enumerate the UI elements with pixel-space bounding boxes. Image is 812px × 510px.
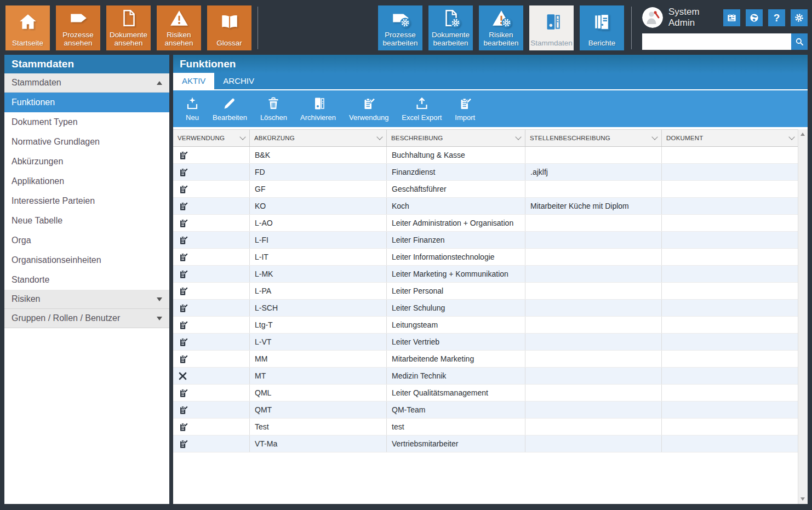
neu-button[interactable]: Neu <box>179 96 206 122</box>
table-row[interactable]: Test test <box>173 419 798 435</box>
table-row[interactable]: FD Finanzdienst .ajklfj <box>173 164 798 181</box>
sidebar-group-header[interactable]: Gruppen / Rollen / Benutzer <box>4 309 169 328</box>
sidebar-item[interactable]: Interessierte Parteien <box>4 191 169 211</box>
cell-dokument <box>662 317 798 333</box>
nav-dokumente-ansehen-button[interactable]: Dokumente ansehen <box>106 5 151 50</box>
cell-beschreibung: test <box>387 419 525 435</box>
cell-dokument <box>662 300 798 316</box>
sidebar-item-label: Organisationseinheiten <box>12 255 101 265</box>
nav-risiken-bearbeiten-button[interactable]: Risiken bearbeiten <box>479 5 523 50</box>
scroll-up-icon[interactable] <box>800 133 805 136</box>
cell-dokument <box>662 351 798 367</box>
nav-dokumente-bearbeiten-button[interactable]: Dokumente bearbeiten <box>428 5 473 50</box>
help-button[interactable]: ? <box>768 9 785 26</box>
search-button[interactable] <box>791 33 808 50</box>
sidebar-item-label: Interessierte Parteien <box>12 196 95 205</box>
cell-dokument <box>662 283 798 299</box>
archivieren-button[interactable]: Archivieren <box>294 96 342 122</box>
cell-abkuerzung: Test <box>250 419 387 435</box>
table-row[interactable]: B&K Buchhaltung & Kasse <box>173 147 798 164</box>
cell-beschreibung: Mitarbeitende Marketing <box>387 351 525 367</box>
table-row[interactable]: L-SCH Leiter Schulung <box>173 300 798 317</box>
chevron-down-icon[interactable] <box>788 134 794 140</box>
table-row[interactable]: L-PA Leiter Personal <box>173 283 798 300</box>
usage-icon <box>178 269 188 279</box>
usage-icon <box>178 167 188 177</box>
table-row[interactable]: KO Koch Mitarbeiter Küche mit Diplom <box>173 198 798 215</box>
table-row[interactable]: MM Mitarbeitende Marketing <box>173 351 798 368</box>
sidebar-item[interactable]: Funktionen <box>4 93 169 112</box>
cell-stellenbeschreibung <box>525 232 662 248</box>
toolbar: Neu Bearbeiten Löschen Archivieren Verwe… <box>173 90 808 127</box>
sidebar-item[interactable]: Applikationen <box>4 171 169 191</box>
vertical-scrollbar[interactable] <box>798 129 808 504</box>
search-input[interactable] <box>642 33 791 50</box>
nav-prozesse-bearbeiten-button[interactable]: Prozesse bearbeiten <box>378 5 422 50</box>
settings-button[interactable] <box>791 9 808 26</box>
topbar-divider <box>631 7 632 49</box>
cell-dokument <box>662 215 798 231</box>
nav-stammdaten-button[interactable]: Stammdaten <box>529 5 574 50</box>
x-icon <box>178 371 187 381</box>
table-row[interactable]: L-MK Leiter Marketing + Kommunikation <box>173 266 798 283</box>
sidebar-item[interactable]: Orga <box>4 231 169 250</box>
nav-risiken-ansehen-button[interactable]: Risiken ansehen <box>157 5 201 50</box>
table-row[interactable]: L-FI Leiter Finanzen <box>173 232 798 249</box>
sidebar-item[interactable]: Normative Grundlagen <box>4 132 169 152</box>
cell-stellenbeschreibung <box>525 334 662 350</box>
sidebar-item-label: Standorte <box>12 275 49 284</box>
sidebar-group-header[interactable]: Risiken <box>4 290 169 309</box>
excel-export-button[interactable]: Excel Export <box>395 96 448 122</box>
table-row[interactable]: MT Medizin Technik <box>173 368 798 385</box>
nav-glossar-button[interactable]: Glossar <box>207 5 251 50</box>
chevron-down-icon[interactable] <box>239 134 245 140</box>
sidebar-title: Stammdaten <box>4 55 169 73</box>
table-row[interactable]: L-AO Leiter Administration + Organisatio… <box>173 215 798 232</box>
main-panel: Funktionen AKTIV ARCHIV Neu Bearbeiten L… <box>173 55 808 504</box>
nav-prozesse-ansehen-button[interactable]: Prozesse ansehen <box>56 5 100 50</box>
sidebar-item[interactable]: Neue Tabelle <box>4 211 169 231</box>
nav-berichte-button[interactable]: Berichte <box>580 5 624 50</box>
chevron-down-icon[interactable] <box>376 134 382 140</box>
sidebar-item[interactable]: Dokument Typen <box>4 112 169 132</box>
bearbeiten-button[interactable]: Bearbeiten <box>206 96 254 122</box>
table-row[interactable]: QMT QM-Team <box>173 402 798 419</box>
topbar-divider <box>258 7 258 49</box>
sidebar-item[interactable]: Abkürzungen <box>4 152 169 171</box>
table-row[interactable]: L-VT Leiter Vertrieb <box>173 334 798 351</box>
table-row[interactable]: GF Geschäftsführer <box>173 181 798 198</box>
masterdata-binder-icon <box>542 5 562 39</box>
tab-aktiv[interactable]: AKTIV <box>173 73 214 89</box>
calendar-button[interactable] <box>723 9 740 26</box>
table-row[interactable]: QML Leiter Qualitätsmanagement <box>173 385 798 402</box>
usage-icon <box>178 252 188 262</box>
table-row[interactable]: VT-Ma Vertriebsmitarbeiter <box>173 435 798 452</box>
sidebar-group-header[interactable]: Stammdaten <box>4 73 169 93</box>
column-header-stellenbeschreibung[interactable]: STELLENBESCHREIBUNG <box>525 130 662 146</box>
tab-archiv[interactable]: ARCHIV <box>214 73 263 89</box>
sidebar-item[interactable]: Organisationseinheiten <box>4 250 169 270</box>
chevron-down-icon[interactable] <box>515 134 521 140</box>
group-label: Stammdaten <box>12 78 61 88</box>
nav-startseite-button[interactable]: Startseite <box>5 5 50 50</box>
column-header-dokument[interactable]: DOKUMENT <box>662 130 798 146</box>
table-row[interactable]: L-IT Leiter Informationstechnologie <box>173 249 798 266</box>
chevron-down-icon[interactable] <box>651 134 657 140</box>
usage-icon <box>178 388 188 398</box>
cell-beschreibung: Leitungsteam <box>387 317 525 333</box>
nav-label: Startseite <box>12 39 43 47</box>
import-button[interactable]: Import <box>448 96 482 122</box>
cell-beschreibung: Koch <box>387 198 525 214</box>
column-header-abkuerzung[interactable]: ABKÜRZUNG <box>250 130 387 146</box>
language-button[interactable] <box>746 9 763 26</box>
column-header-verwendung[interactable]: VERWENDUNG <box>173 130 250 146</box>
scroll-down-icon[interactable] <box>800 497 805 501</box>
table-row[interactable]: Ltg-T Leitungsteam <box>173 317 798 334</box>
cell-stellenbeschreibung <box>525 385 662 401</box>
user-name: System Admin <box>663 7 723 28</box>
user-avatar[interactable] <box>642 7 663 28</box>
loeschen-button[interactable]: Löschen <box>254 96 294 122</box>
column-header-beschreibung[interactable]: BESCHREIBUNG <box>387 130 525 146</box>
sidebar-item[interactable]: Standorte <box>4 270 169 290</box>
verwendung-button[interactable]: Verwendung <box>342 96 395 122</box>
